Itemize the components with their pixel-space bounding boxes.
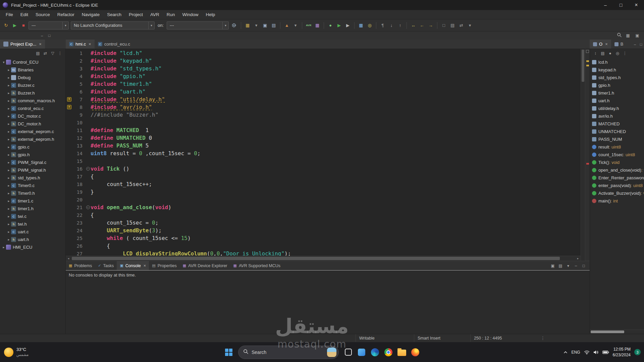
collapse-all-icon[interactable]: ▤ — [35, 50, 41, 57]
tree-item-buzzer-h[interactable]: ▸hBuzzer.h — [0, 89, 65, 97]
menu-item-project[interactable]: Project — [125, 10, 147, 19]
warning-mark[interactable] — [586, 65, 589, 66]
tree-item-control-ecu[interactable]: ▾Control_ECU — [0, 58, 65, 66]
chevron-down-icon[interactable] — [222, 22, 228, 29]
build-dropdown-icon[interactable]: ▾ — [291, 21, 300, 29]
tree-item-timer0-h[interactable]: ▸hTimer0.h — [0, 189, 65, 197]
avr-chip-icon[interactable]: AVR — [305, 21, 313, 29]
volume-icon[interactable] — [593, 350, 599, 355]
outline-item-main[interactable]: main() : int — [590, 197, 644, 205]
tree-item-binaries[interactable]: ▸01Binaries — [0, 66, 65, 74]
tree-item-hmi-ecu[interactable]: ▸HMI_ECU — [0, 243, 65, 251]
tree-item-uart-h[interactable]: ▸huart.h — [0, 236, 65, 243]
chevron-right-icon[interactable]: ▸ — [6, 83, 11, 87]
terminate-icon[interactable]: ■ — [19, 21, 28, 29]
new-wizard-icon[interactable]: ▦ — [244, 21, 252, 29]
project-explorer-tab[interactable]: Project Exp... × — [0, 40, 45, 49]
outline-item-enter-renter-password-void[interactable]: Enter_Renter_password(void) : void — [590, 174, 644, 182]
forward-icon[interactable]: → — [427, 21, 435, 29]
avrdude-icon[interactable]: ▦ — [313, 21, 321, 29]
outline-item-open-and-close-void[interactable]: open_and_close(void) : void — [590, 166, 644, 174]
build-icon[interactable]: ▲ — [283, 21, 291, 29]
close-window-button[interactable]: × — [629, 0, 644, 10]
outline-item-enter-pass-void[interactable]: enter_pass(void) : uint8 — [590, 182, 644, 189]
tree-item-pwm-signal-h[interactable]: ▸hPWM_signal.h — [0, 166, 65, 174]
tree-item-external-eeprom-c[interactable]: ▸Cexternal_eeprom.c — [0, 128, 65, 135]
console-dropdown-icon[interactable]: ▾ — [565, 262, 572, 269]
hscroll-track[interactable] — [71, 256, 575, 261]
fold-collapse-column[interactable]: − — [85, 167, 91, 171]
menu-item-refactor[interactable]: Refactor — [54, 10, 78, 19]
outline-item-matched[interactable]: MATCHED — [590, 120, 644, 128]
chevron-down-icon[interactable]: ▾ — [1, 60, 6, 64]
scroll-right-icon[interactable] — [575, 257, 581, 260]
close-tab-icon[interactable]: × — [605, 42, 608, 47]
resume-icon[interactable]: ▶ — [11, 21, 19, 29]
sort-icon[interactable]: ▤ — [599, 50, 606, 57]
tree-item-gpio-c[interactable]: ▸Cgpio.c — [0, 143, 65, 151]
tree-item-dc-motor-h[interactable]: ▸hDC_motor.h — [0, 120, 65, 128]
chevron-right-icon[interactable]: ▸ — [1, 245, 6, 249]
search-highlight-image[interactable] — [327, 348, 336, 357]
chevron-right-icon[interactable]: ▸ — [6, 76, 11, 79]
tree-item-twi-c[interactable]: ▸Ctwi.c — [0, 213, 65, 220]
launch-config-combo[interactable]: No Launch Configurations — [71, 21, 155, 29]
outline-item-gpio-h[interactable]: gpio.h — [590, 81, 644, 89]
link-toolbar-icon[interactable]: ⇄ — [457, 21, 465, 29]
outline-scrollbar[interactable] — [590, 329, 644, 334]
outline-item-activate-buzzer-void[interactable]: Activate_Buzzer(void) : void — [590, 189, 644, 197]
vscroll-thumb[interactable] — [582, 50, 584, 82]
chevron-right-icon[interactable]: ▸ — [6, 222, 11, 226]
tree-item-twi-h[interactable]: ▸htwi.h — [0, 220, 65, 228]
chevron-right-icon[interactable]: ▸ — [6, 191, 11, 195]
start-button[interactable] — [222, 346, 235, 359]
pin-console-icon[interactable]: ▤ — [557, 262, 564, 269]
console-tab-avr-supported-mcus[interactable]: ▦AVR Supported MCUs — [230, 261, 284, 270]
toggle-mark-icon[interactable]: □ — [440, 21, 448, 29]
minimize-view-icon[interactable]: – — [39, 33, 45, 38]
close-tab-icon[interactable]: × — [89, 42, 91, 47]
clock[interactable]: 12:05 PM 6/23/2024 — [613, 347, 631, 357]
tile-editors-icon[interactable]: ▤ — [448, 21, 457, 29]
save-all-icon[interactable]: ▤ — [270, 21, 278, 29]
chevron-right-icon[interactable]: ▸ — [6, 130, 11, 133]
battery-icon[interactable] — [602, 350, 609, 354]
overview-ruler[interactable] — [585, 49, 590, 261]
outline-item-std-types-h[interactable]: std_types.h — [590, 74, 644, 81]
chevron-right-icon[interactable]: ▸ — [6, 230, 11, 234]
menu-item-search[interactable]: Search — [103, 10, 125, 19]
maximize-window-button[interactable]: □ — [613, 0, 629, 10]
chevron-right-icon[interactable]: ▸ — [6, 107, 11, 110]
tree-item-dc-motor-c[interactable]: ▸CDC_motor.c — [0, 112, 65, 120]
folder-app-icon[interactable] — [395, 346, 409, 359]
weather-widget[interactable]: 33°C مشمس — [4, 342, 29, 362]
chevron-right-icon[interactable]: ▸ — [6, 137, 11, 141]
fold-collapse-column[interactable]: − — [85, 205, 91, 209]
chevron-right-icon[interactable]: ▸ — [6, 168, 11, 172]
outline-item-count-15sec[interactable]: count_15sec : uint8 — [590, 151, 644, 159]
skip-combo[interactable]: --- — [29, 21, 69, 29]
outline-item-util-delay-h[interactable]: util/delay.h — [590, 105, 644, 112]
hscroll-thumb[interactable] — [72, 257, 560, 260]
outline-item-tick[interactable]: Tick() : void — [590, 159, 644, 166]
chevron-right-icon[interactable]: ▸ — [6, 176, 11, 180]
outline-menu-icon[interactable]: ⋮ — [622, 50, 628, 57]
console-output[interactable]: No consoles to display at this time. — [66, 270, 590, 334]
chevron-down-icon[interactable] — [148, 22, 154, 29]
outline-item-avr-io-h[interactable]: avr/io.h — [590, 112, 644, 120]
link-editor-icon[interactable]: ⇄ — [42, 50, 49, 57]
console-tab-tasks[interactable]: ✓Tasks — [95, 261, 117, 270]
scroll-left-icon[interactable] — [66, 257, 71, 260]
chrome-app-icon[interactable] — [382, 346, 395, 359]
menu-item-source[interactable]: Source — [32, 10, 54, 19]
editor-tab-control-ecu-c[interactable]: Ccontrol_ecu.c — [95, 40, 133, 49]
firefox-app-icon[interactable] — [409, 346, 422, 359]
outline-item-pass-num[interactable]: PASS_NUM — [590, 135, 644, 143]
menu-item-navigate[interactable]: Navigate — [78, 10, 103, 19]
maximize-view-icon[interactable]: □ — [580, 262, 587, 269]
tray-chevron-icon[interactable] — [563, 351, 568, 354]
chevron-right-icon[interactable]: ▸ — [6, 114, 11, 118]
search-tool-icon[interactable]: ◎ — [366, 21, 374, 29]
language-indicator[interactable]: ENG — [572, 350, 580, 355]
menu-item-edit[interactable]: Edit — [17, 10, 32, 19]
